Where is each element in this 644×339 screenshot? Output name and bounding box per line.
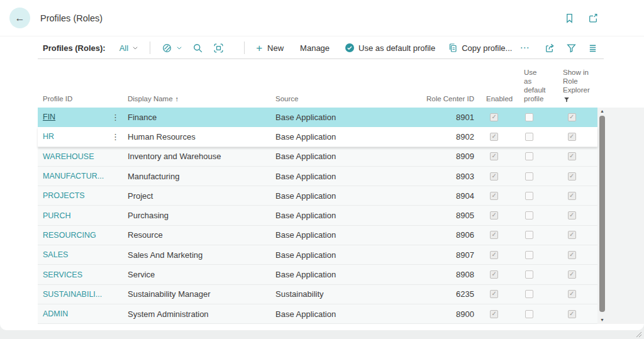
copy-icon: [448, 43, 458, 53]
search-button[interactable]: [192, 43, 203, 53]
source-cell: Sustainability: [275, 285, 430, 304]
display-name-cell: Project: [128, 186, 275, 205]
col-header-use-as-default-profile[interactable]: Use as default profile: [513, 68, 546, 103]
enabled-checkbox: [490, 290, 498, 298]
table-header: Profile ID Display Name↑ Source Role Cen…: [38, 59, 597, 108]
enabled-checkbox: [490, 231, 498, 239]
col-header-profile-id[interactable]: Profile ID: [38, 94, 128, 103]
show-in-role-explorer-checkbox-cell: [546, 265, 597, 284]
profile-id-cell: SUSTAINABILI...: [38, 285, 128, 304]
show-in-role-explorer-checkbox-cell: [546, 206, 597, 225]
view-filter-dropdown[interactable]: All: [119, 43, 138, 53]
profile-id-link[interactable]: SERVICES: [43, 270, 82, 279]
table-row-fin[interactable]: FIN⋮FinanceBase Application8901: [38, 108, 597, 127]
use-as-default-checkbox: [525, 290, 533, 298]
col-header-show-in-role-explorer[interactable]: Show in Role Explorer: [546, 68, 597, 103]
row-context-menu-icon[interactable]: ⋮: [111, 113, 128, 121]
bookmark-icon[interactable]: [564, 13, 575, 24]
filter-icon[interactable]: [566, 43, 577, 53]
more-options-button[interactable]: ⋯: [519, 42, 530, 53]
list-view-icon[interactable]: [587, 43, 598, 53]
resize-grip-icon[interactable]: [635, 330, 642, 338]
enabled-checkbox-cell: [475, 304, 513, 323]
display-name-cell: Sales And Marketing: [128, 245, 275, 264]
table-body: FIN⋮FinanceBase Application8901HR⋮Human …: [38, 108, 597, 324]
scrollbar-thumb[interactable]: [599, 116, 605, 312]
use-as-default-checkbox: [525, 152, 533, 160]
use-as-default-checkbox: [525, 231, 533, 239]
table-row-purch[interactable]: PURCHPurchasingBase Application8905: [38, 206, 597, 225]
source-cell: Base Application: [275, 265, 430, 284]
view-filter-value: All: [119, 43, 128, 53]
table-row-warehouse[interactable]: WAREHOUSEInventory and WarehouseBase App…: [38, 147, 597, 167]
enabled-checkbox: [490, 113, 498, 121]
table-row-hr[interactable]: HR⋮Human ResourcesBase Application8902: [38, 127, 597, 147]
show-in-role-explorer-checkbox: [568, 231, 576, 239]
table-row-manufactur[interactable]: MANUFACTUR...ManufacturingBase Applicati…: [38, 167, 597, 186]
scroll-up-arrow[interactable]: ▲: [599, 108, 606, 114]
page-card: ← Profiles (Roles) Profiles (Roles): All…: [0, 0, 644, 330]
use-as-default-checkbox-cell: [513, 206, 546, 225]
profile-id-link[interactable]: HR: [43, 132, 54, 141]
role-center-id-cell: 8905: [430, 206, 475, 225]
col-header-role-center-id[interactable]: Role Center ID: [430, 94, 475, 103]
row-context-menu-icon[interactable]: ⋮: [111, 133, 128, 141]
analyze-icon: [162, 43, 172, 53]
use-as-default-profile-button[interactable]: Use as default profile: [345, 43, 435, 53]
display-name-cell: Service: [128, 265, 275, 284]
table-row-sustainabili[interactable]: SUSTAINABILI...Sustainability ManagerSus…: [38, 285, 597, 304]
table-row-sales[interactable]: SALESSales And MarketingBase Application…: [38, 245, 597, 265]
display-name-cell: Inventory and Warehouse: [128, 147, 275, 166]
sort-ascending-icon: ↑: [175, 94, 179, 103]
copy-profile-button[interactable]: Copy profile...: [448, 43, 512, 53]
source-cell: Base Application: [275, 186, 430, 205]
profile-id-link[interactable]: PURCH: [43, 211, 70, 220]
profile-id-link[interactable]: FIN: [43, 113, 55, 121]
profile-id-link[interactable]: SALES: [43, 250, 68, 259]
profile-id-cell: HR⋮: [38, 127, 128, 146]
enabled-checkbox-cell: [475, 186, 513, 205]
show-in-role-explorer-checkbox-cell: [546, 304, 597, 323]
profile-id-cell: MANUFACTUR...: [38, 167, 128, 186]
back-button[interactable]: ←: [9, 8, 30, 28]
show-in-role-explorer-checkbox: [568, 113, 576, 121]
use-as-default-checkbox: [525, 251, 533, 259]
profile-id-link[interactable]: SUSTAINABILI...: [43, 290, 102, 299]
chevron-down-icon: [132, 45, 138, 51]
col-header-source[interactable]: Source: [275, 94, 430, 103]
use-as-default-checkbox-cell: [513, 245, 546, 264]
profile-id-link[interactable]: MANUFACTUR...: [43, 172, 104, 181]
col-header-display-name[interactable]: Display Name↑: [128, 94, 275, 103]
share-icon[interactable]: [543, 43, 555, 53]
analyze-button[interactable]: [162, 43, 182, 53]
table-row-resourcing[interactable]: RESOURCINGResourceBase Application8906: [38, 226, 597, 245]
use-as-default-checkbox-cell: [513, 265, 546, 284]
enabled-checkbox: [490, 310, 498, 318]
profile-id-link[interactable]: ADMIN: [43, 309, 68, 318]
use-as-default-checkbox-cell: [513, 167, 546, 186]
open-in-new-window-icon[interactable]: [587, 13, 599, 23]
role-center-id-cell: 8901: [430, 108, 475, 126]
profile-id-link[interactable]: RESOURCING: [43, 231, 96, 240]
source-cell: Base Application: [275, 127, 430, 146]
profile-id-cell: SERVICES: [38, 265, 128, 284]
focus-mode-button[interactable]: [213, 43, 224, 53]
col-header-enabled[interactable]: Enabled: [475, 94, 513, 103]
new-button[interactable]: + New: [256, 43, 284, 53]
profile-id-cell: WAREHOUSE: [38, 147, 128, 166]
display-name-cell: Human Resources: [128, 127, 275, 146]
profile-id-link[interactable]: PROJECTS: [43, 191, 85, 200]
use-as-default-checkbox: [525, 113, 533, 121]
profile-id-link[interactable]: WAREHOUSE: [43, 152, 94, 161]
scroll-down-arrow[interactable]: ▼: [599, 317, 606, 323]
show-in-role-explorer-checkbox: [568, 270, 576, 279]
show-in-role-explorer-checkbox: [568, 211, 576, 220]
manage-button[interactable]: Manage: [300, 43, 330, 53]
enabled-checkbox: [490, 211, 498, 220]
table-row-projects[interactable]: PROJECTSProjectBase Application8904: [38, 186, 597, 206]
table-row-services[interactable]: SERVICESServiceBase Application8908: [38, 265, 597, 284]
use-as-default-checkbox: [525, 172, 533, 181]
show-in-role-explorer-checkbox-cell: [546, 226, 597, 245]
table-row-admin[interactable]: ADMINSystem AdministrationBase Applicati…: [38, 304, 597, 324]
show-in-role-explorer-checkbox: [568, 192, 576, 200]
